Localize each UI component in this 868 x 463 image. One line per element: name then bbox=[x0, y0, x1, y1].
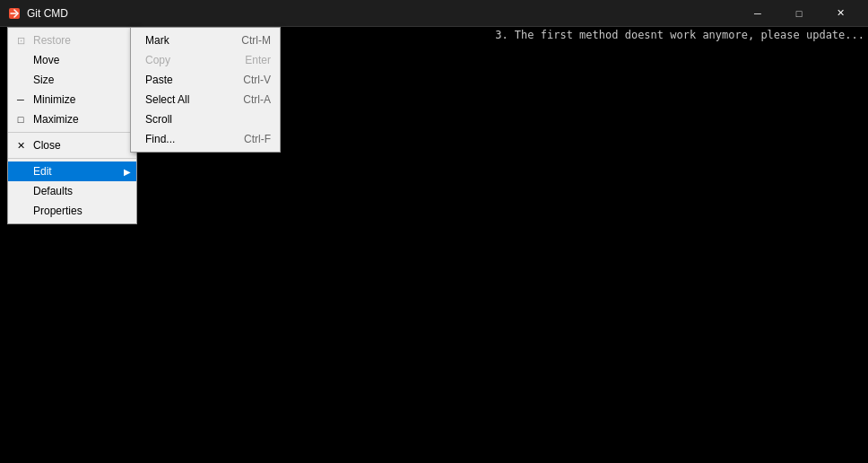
menu-item-move[interactable]: Move bbox=[8, 50, 136, 70]
window-controls: ─ □ ✕ bbox=[737, 0, 861, 27]
menu-item-properties[interactable]: Properties bbox=[8, 201, 136, 221]
submenu-item-copy[interactable]: Copy Enter bbox=[131, 50, 280, 70]
submenu-item-scroll[interactable]: Scroll bbox=[131, 109, 280, 129]
submenu-item-select-all[interactable]: Select All Ctrl-A bbox=[131, 90, 280, 109]
maximize-button[interactable]: □ bbox=[778, 0, 820, 27]
close-button[interactable]: ✕ bbox=[820, 0, 861, 27]
titlebar: Git CMD ─ □ ✕ bbox=[0, 0, 868, 27]
restore-icon: ⊡ bbox=[13, 35, 28, 47]
submenu-item-paste[interactable]: Paste Ctrl-V bbox=[131, 70, 280, 90]
maximize-icon: □ bbox=[13, 114, 28, 125]
minimize-icon: ─ bbox=[13, 94, 28, 105]
menu-item-restore[interactable]: ⊡ Restore bbox=[8, 31, 136, 50]
system-context-menu: ⊡ Restore Move Size ─ Minimize □ Maximiz… bbox=[7, 27, 137, 224]
status-text: 3. The first method doesnt work anymore,… bbox=[495, 29, 868, 41]
menu-separator-1 bbox=[8, 132, 136, 133]
menu-separator-2 bbox=[8, 158, 136, 159]
window-title: Git CMD bbox=[27, 7, 68, 20]
submenu-item-find[interactable]: Find... Ctrl-F bbox=[131, 129, 280, 149]
menu-item-minimize[interactable]: ─ Minimize bbox=[8, 90, 136, 109]
submenu-item-mark[interactable]: Mark Ctrl-M bbox=[131, 31, 280, 50]
minimize-button[interactable]: ─ bbox=[737, 0, 778, 27]
titlebar-left: Git CMD bbox=[7, 6, 68, 21]
menu-item-close[interactable]: ✕ Close bbox=[8, 135, 136, 155]
edit-submenu: Mark Ctrl-M Copy Enter Paste Ctrl-V Sele… bbox=[130, 27, 281, 153]
menu-item-edit[interactable]: Edit ▶ bbox=[8, 162, 136, 181]
app-icon bbox=[7, 6, 22, 21]
close-menu-icon: ✕ bbox=[13, 140, 28, 152]
submenu-arrow-icon: ▶ bbox=[124, 167, 131, 177]
menu-item-size[interactable]: Size bbox=[8, 70, 136, 90]
menu-item-defaults[interactable]: Defaults bbox=[8, 181, 136, 201]
menu-item-maximize[interactable]: □ Maximize bbox=[8, 109, 136, 129]
